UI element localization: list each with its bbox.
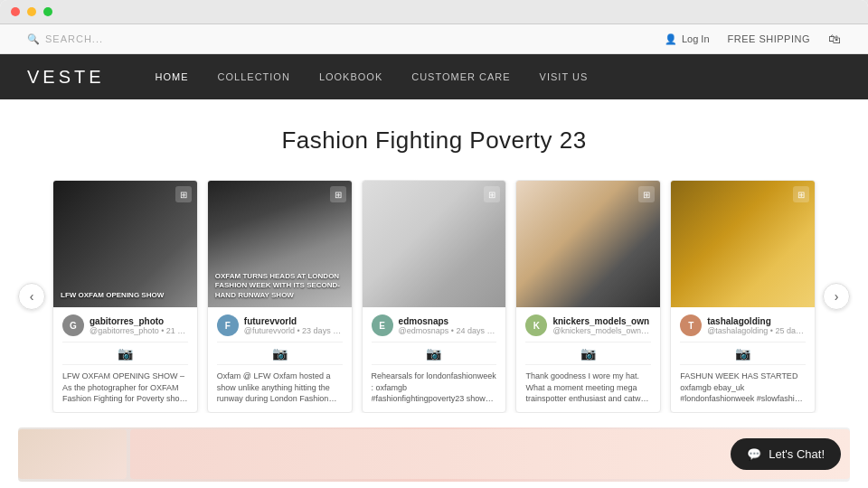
free-shipping-label: FREE SHIPPING <box>728 33 810 44</box>
instagram-overlay-icon: ⊞ <box>175 186 192 202</box>
card-insta-row: 📷 <box>680 342 806 365</box>
card-image-4: ⊞ <box>671 181 815 307</box>
card-caption: LFW OXFAM OPENING SHOW – As the photogra… <box>62 371 188 405</box>
card-body-0: G gabitorres_photo @gabitorres_photo • 2… <box>53 307 197 412</box>
cart-icon[interactable]: 🛍 <box>828 32 841 46</box>
card-image-2: ⊞ <box>363 181 506 307</box>
card-image-3: ⊞ <box>516 181 660 307</box>
card-body-2: E edmosnaps @edmosnaps • 24 days ago 📷 R… <box>363 307 506 412</box>
card-overlay-text: OXFAM TURNS HEADS AT LONDON FASHION WEEK… <box>215 272 344 300</box>
user-avatar: K <box>525 314 547 336</box>
card-user-row: K knickers_models_own @knickers_models_o… <box>525 314 651 336</box>
username: edmosnaps <box>399 316 497 326</box>
browser-window: 🔍 SEARCH... 👤 Log In FREE SHIPPING 🛍 VES… <box>0 0 868 488</box>
login-wrap[interactable]: 👤 Log In <box>665 33 710 45</box>
username: gabitorres_photo <box>90 316 188 326</box>
card-item: OXFAM TURNS HEADS AT LONDON FASHION WEEK… <box>207 180 353 413</box>
nav-item-collection[interactable]: COLLECTION <box>203 54 305 99</box>
nav-item-visit-us[interactable]: VISIT US <box>525 54 603 99</box>
card-user-row: F futurevvorld @futurevvorld • 23 days a… <box>217 314 343 336</box>
nav-links: HOME COLLECTION LOOKBOOK CUSTOMER CARE V… <box>141 54 603 99</box>
nav-item-home[interactable]: HOME <box>141 54 203 99</box>
card-user-row: G gabitorres_photo @gabitorres_photo • 2… <box>62 314 188 336</box>
card-image-0: LFW OXFAM OPENING SHOW ⊞ <box>53 181 197 307</box>
user-info: futurevvorld @futurevvorld • 23 days ago <box>244 316 343 335</box>
search-wrap[interactable]: 🔍 SEARCH... <box>27 33 103 45</box>
username: knickers_models_own <box>552 316 651 326</box>
bottom-teaser <box>18 427 850 482</box>
user-avatar: T <box>680 314 702 336</box>
close-dot[interactable] <box>11 7 20 16</box>
prev-arrow-button[interactable]: ‹ <box>18 283 45 310</box>
card-body-1: F futurevvorld @futurevvorld • 23 days a… <box>208 307 352 412</box>
instagram-logo: 📷 <box>735 346 750 361</box>
instagram-logo: 📷 <box>426 346 441 361</box>
instagram-overlay-icon: ⊞ <box>793 186 809 202</box>
instagram-logo: 📷 <box>272 346 288 361</box>
card-insta-row: 📷 <box>525 342 651 365</box>
user-handle-time: @gabitorres_photo • 21 days ago <box>90 326 188 335</box>
user-info: edmosnaps @edmosnaps • 24 days ago <box>399 316 497 335</box>
card-insta-row: 📷 <box>62 342 188 365</box>
main-nav: VESTE HOME COLLECTION LOOKBOOK CUSTOMER … <box>0 54 868 99</box>
chat-icon: 💬 <box>747 447 761 461</box>
card-item: ⊞ E edmosnaps @edmosnaps • 24 days ago 📷… <box>362 180 507 413</box>
user-avatar: G <box>62 314 84 336</box>
cards-scroll: LFW OXFAM OPENING SHOW ⊞ G gabitorres_ph… <box>45 180 823 413</box>
user-info: gabitorres_photo @gabitorres_photo • 21 … <box>90 316 188 335</box>
instagram-overlay-icon: ⊞ <box>484 186 500 202</box>
card-image-1: OXFAM TURNS HEADS AT LONDON FASHION WEEK… <box>208 181 352 307</box>
user-handle-time: @knickers_models_own • 24 days ago <box>552 326 651 335</box>
card-caption: FASHUN WEEK HAS STARTED oxfamgb ebay_uk … <box>680 371 806 405</box>
utility-right: 👤 Log In FREE SHIPPING 🛍 <box>665 32 841 46</box>
card-body-4: T tashalagolding @tashalagolding • 25 da… <box>671 307 815 412</box>
nav-item-lookbook[interactable]: LOOKBOOK <box>305 54 397 99</box>
username: tashalagolding <box>707 316 806 326</box>
brand-logo[interactable]: VESTE <box>27 67 105 88</box>
user-info: knickers_models_own @knickers_models_own… <box>552 316 651 335</box>
card-user-row: E edmosnaps @edmosnaps • 24 days ago <box>372 314 497 336</box>
card-item: LFW OXFAM OPENING SHOW ⊞ G gabitorres_ph… <box>52 180 198 413</box>
user-handle-time: @futurevvorld • 23 days ago <box>244 326 343 335</box>
card-insta-row: 📷 <box>372 342 497 365</box>
instagram-logo: 📷 <box>580 346 596 361</box>
card-caption: Thank goodness I wore my hat. What a mom… <box>525 371 651 405</box>
instagram-overlay-icon: ⊞ <box>330 186 346 202</box>
chat-label: Let's Chat! <box>769 447 825 461</box>
chat-button[interactable]: 💬 Let's Chat! <box>731 438 841 470</box>
card-body-3: K knickers_models_own @knickers_models_o… <box>516 307 660 412</box>
user-avatar: E <box>372 314 393 336</box>
nav-link-collection[interactable]: COLLECTION <box>203 54 305 99</box>
utility-bar: 🔍 SEARCH... 👤 Log In FREE SHIPPING 🛍 <box>0 24 868 54</box>
section-title: Fashion Fighting Poverty 23 <box>18 127 850 155</box>
browser-chrome <box>0 0 868 24</box>
nav-link-customer-care[interactable]: CUSTOMER CARE <box>397 54 524 99</box>
search-input[interactable]: SEARCH... <box>45 33 103 44</box>
user-handle-time: @tashalagolding • 25 days ago <box>707 326 806 335</box>
card-item: ⊞ T tashalagolding @tashalagolding • 25 … <box>670 180 816 413</box>
instagram-overlay-icon: ⊞ <box>638 186 655 202</box>
nav-link-visit-us[interactable]: VISIT US <box>525 54 603 99</box>
card-user-row: T tashalagolding @tashalagolding • 25 da… <box>680 314 806 336</box>
username: futurevvorld <box>244 316 343 326</box>
page-content: Fashion Fighting Poverty 23 ‹ LFW OXFAM … <box>0 99 868 488</box>
card-caption: Oxfam @ LFW Oxfam hosted a show unlike a… <box>217 371 343 405</box>
search-icon: 🔍 <box>27 33 40 45</box>
maximize-dot[interactable] <box>43 7 52 16</box>
nav-item-customer-care[interactable]: CUSTOMER CARE <box>397 54 524 99</box>
card-caption: Rehearsals for londonfashionweek : oxfam… <box>372 371 497 405</box>
user-avatar: F <box>217 314 239 336</box>
card-overlay-text: LFW OXFAM OPENING SHOW <box>61 291 164 300</box>
instagram-logo: 📷 <box>118 346 133 361</box>
cards-container: ‹ LFW OXFAM OPENING SHOW ⊞ G gabitorres_… <box>18 180 850 413</box>
nav-link-lookbook[interactable]: LOOKBOOK <box>305 54 397 99</box>
card-item: ⊞ K knickers_models_own @knickers_models… <box>515 180 661 413</box>
user-handle-time: @edmosnaps • 24 days ago <box>399 326 497 335</box>
minimize-dot[interactable] <box>27 7 36 16</box>
next-arrow-button[interactable]: › <box>823 283 850 310</box>
nav-link-home[interactable]: HOME <box>141 54 203 99</box>
login-label: Log In <box>682 33 710 44</box>
card-insta-row: 📷 <box>217 342 343 365</box>
user-info: tashalagolding @tashalagolding • 25 days… <box>707 316 806 335</box>
user-icon: 👤 <box>665 33 677 45</box>
